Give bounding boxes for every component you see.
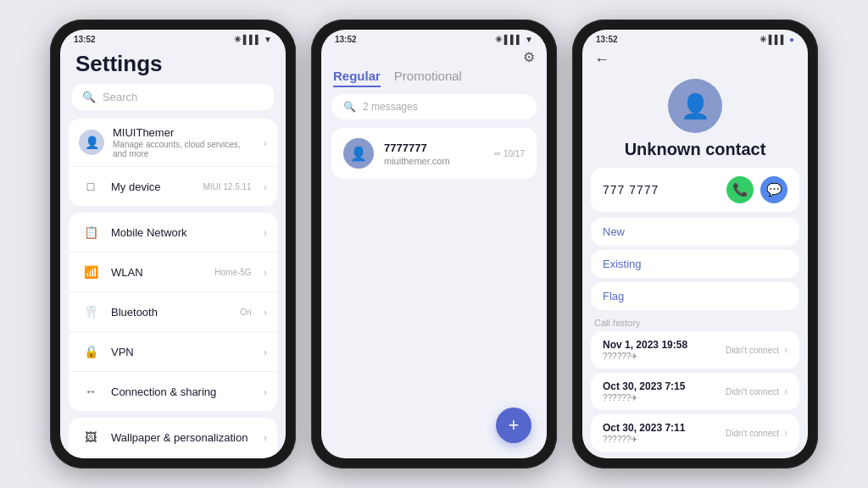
settings-screen: 13:52 ✳ ▌▌▌ ▼ Settings 🔍 Search 👤: [60, 30, 286, 458]
phone-number: 777 7777: [603, 183, 659, 197]
phone-messages: 13:52 ✳ ▌▌▌ ▼ ⚙ Regular Promotional 🔍 2 …: [311, 19, 557, 469]
flag-option[interactable]: Flag: [591, 282, 799, 310]
call-row-2[interactable]: Oct 30, 2023 7:11 ??????✈ Didn't connect…: [591, 414, 799, 452]
time-3: 13:52: [596, 35, 618, 44]
chevron-device: ›: [264, 180, 267, 193]
call-info-2: Oct 30, 2023 7:11 ??????✈: [603, 422, 685, 444]
phone-number-card: 777 7777 📞 💬: [591, 168, 799, 212]
avatar: 👤: [79, 130, 104, 155]
phone-number-row: 777 7777 📞 💬: [603, 176, 787, 203]
my-device-row[interactable]: □ My device MIUI 12.5.11 ›: [69, 167, 277, 206]
message-button[interactable]: 💬: [760, 176, 787, 203]
device-badge: MIUI 12.5.11: [203, 182, 251, 191]
contact-avatar: 👤: [668, 79, 722, 133]
account-name: MIUIThemer: [113, 126, 255, 139]
status-bar-3: 13:52 ✳ ▌▌▌ ●: [582, 30, 808, 46]
call-row-1[interactable]: Oct 30, 2023 7:15 ??????✈ Didn't connect…: [591, 373, 799, 410]
connection-icon: ↔: [79, 380, 103, 403]
wlan-label: WLAN: [111, 266, 206, 279]
network-section: 📋 Mobile Network › 📶 WLAN Home-5G › 🦷 Bl…: [69, 213, 277, 411]
contact-avatar-area: 👤 Unknown contact: [582, 72, 808, 168]
account-content: MIUIThemer Manage accounts, cloud servic…: [113, 126, 255, 158]
account-subtitle: Manage accounts, cloud services, and mor…: [113, 140, 255, 158]
message-avatar: 👤: [343, 138, 374, 169]
message-preview: miuithemer.com: [384, 156, 484, 166]
contact-screen: 13:52 ✳ ▌▌▌ ● ← 👤 Unknown contact 777 77…: [582, 30, 808, 458]
mobile-network-icon: 📋: [79, 220, 103, 244]
search-icon: 🔍: [82, 91, 96, 103]
back-button[interactable]: ←: [582, 46, 808, 72]
wallpaper-label: Wallpaper & personalization: [111, 431, 255, 444]
tab-regular[interactable]: Regular: [333, 69, 381, 87]
call-date-2: Oct 30, 2023 7:11: [603, 422, 685, 434]
tab-promotional[interactable]: Promotional: [394, 69, 462, 87]
messages-search-bar[interactable]: 🔍 2 messages: [331, 94, 537, 119]
mobile-network-label: Mobile Network: [111, 226, 255, 239]
call-status-0: Didn't connect: [726, 346, 779, 355]
connection-sharing-row[interactable]: ↔ Connection & sharing ›: [69, 372, 277, 411]
call-info-0: Nov 1, 2023 19:58 ??????✈: [603, 339, 687, 361]
always-on-row[interactable]: 📺 Always-on display & Lock screen ›: [69, 458, 277, 458]
settings-search-bar[interactable]: 🔍 Search: [72, 84, 274, 110]
phone-contact: 13:52 ✳ ▌▌▌ ● ← 👤 Unknown contact 777 77…: [572, 19, 818, 469]
connection-label: Connection & sharing: [111, 385, 255, 398]
wallpaper-icon: 🖼: [79, 425, 103, 449]
device-icon: □: [79, 175, 103, 198]
status-icons-3: ✳ ▌▌▌ ●: [760, 35, 794, 44]
gear-icon[interactable]: ⚙: [523, 49, 535, 65]
call-right-0: Didn't connect ›: [726, 344, 787, 356]
compose-fab[interactable]: +: [496, 408, 531, 443]
search-icon-msg: 🔍: [343, 101, 356, 113]
call-number-2: ??????✈: [603, 435, 685, 444]
messages-header: ⚙: [321, 46, 547, 67]
chevron-call-1: ›: [784, 385, 787, 397]
chevron-conn: ›: [264, 385, 267, 398]
status-bar-2: 13:52 ✳ ▌▌▌ ▼: [321, 30, 547, 46]
chevron-call-2: ›: [784, 427, 787, 439]
account-row[interactable]: 👤 MIUIThemer Manage accounts, cloud serv…: [69, 119, 277, 167]
call-info-1: Oct 30, 2023 7:15 ??????✈: [603, 380, 685, 402]
chevron-wp: ›: [264, 431, 267, 444]
display-section: 🖼 Wallpaper & personalization › 📺 Always…: [69, 418, 277, 458]
message-item[interactable]: 👤 7777777 miuithemer.com ✏ 10/17: [331, 128, 537, 179]
call-date-0: Nov 1, 2023 19:58: [603, 339, 687, 351]
vpn-row[interactable]: 🔒 VPN ›: [69, 332, 277, 372]
call-right-2: Didn't connect ›: [726, 427, 787, 439]
call-date-1: Oct 30, 2023 7:15: [603, 380, 685, 392]
call-history-label: Call history: [582, 314, 808, 331]
call-button[interactable]: 📞: [726, 176, 754, 203]
contact-content: ← 👤 Unknown contact 777 7777 📞 💬 New: [582, 46, 808, 456]
wlan-row[interactable]: 📶 WLAN Home-5G ›: [69, 252, 277, 292]
action-icons: 📞 💬: [726, 176, 787, 203]
vpn-label: VPN: [111, 346, 255, 358]
message-meta: ✏ 10/17: [494, 149, 525, 158]
messages-content: ⚙ Regular Promotional 🔍 2 messages 👤 777…: [321, 46, 547, 179]
call-status-1: Didn't connect: [726, 387, 779, 396]
wlan-badge: Home-5G: [214, 268, 251, 277]
account-card: 👤 MIUIThemer Manage accounts, cloud serv…: [69, 119, 277, 206]
wlan-icon: 📶: [79, 260, 103, 284]
chevron-mobile: ›: [264, 226, 267, 239]
messages-search-placeholder: 2 messages: [363, 101, 418, 113]
message-content: 7777777 miuithemer.com: [384, 141, 484, 166]
existing-option[interactable]: Existing: [591, 250, 799, 278]
mobile-network-row[interactable]: 📋 Mobile Network ›: [69, 213, 277, 252]
call-right-1: Didn't connect ›: [726, 385, 787, 397]
call-status-2: Didn't connect: [726, 429, 779, 438]
call-number-1: ??????✈: [603, 393, 685, 402]
chevron-wlan: ›: [264, 266, 267, 279]
bluetooth-badge: On: [240, 308, 251, 317]
contact-name: Unknown contact: [625, 140, 766, 159]
wallpaper-row[interactable]: 🖼 Wallpaper & personalization ›: [69, 418, 277, 458]
phone-settings: 13:52 ✳ ▌▌▌ ▼ Settings 🔍 Search 👤: [50, 19, 296, 469]
device-label: My device: [111, 180, 194, 193]
bluetooth-row[interactable]: 🦷 Bluetooth On ›: [69, 292, 277, 332]
bluetooth-icon: 🦷: [79, 300, 103, 324]
bluetooth-label: Bluetooth: [111, 306, 231, 319]
chevron-vpn: ›: [264, 346, 267, 358]
messages-screen: 13:52 ✳ ▌▌▌ ▼ ⚙ Regular Promotional 🔍 2 …: [321, 30, 547, 458]
new-option[interactable]: New: [591, 218, 799, 246]
vpn-icon: 🔒: [79, 340, 103, 363]
time-2: 13:52: [335, 35, 357, 44]
call-row-0[interactable]: Nov 1, 2023 19:58 ??????✈ Didn't connect…: [591, 331, 799, 369]
